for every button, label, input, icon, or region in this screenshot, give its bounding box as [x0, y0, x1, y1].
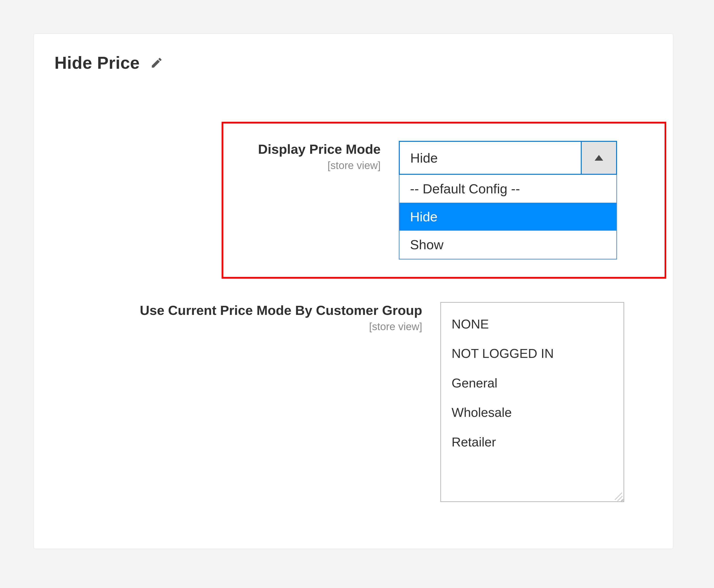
customer-group-multiselect[interactable]: NONE NOT LOGGED IN General Wholesale Ret… [440, 302, 624, 502]
customer-group-option-general[interactable]: General [450, 369, 616, 398]
display-price-mode-select-button[interactable]: Hide [399, 141, 617, 175]
display-price-mode-option-show[interactable]: Show [399, 231, 616, 258]
display-price-mode-row: Display Price Mode [store view] Hide -- … [222, 122, 666, 279]
display-price-mode-caret[interactable] [581, 142, 616, 174]
display-price-mode-option-list: -- Default Config -- Hide Show [399, 175, 617, 259]
display-price-mode-label-group: Display Price Mode [store view] [238, 141, 381, 172]
display-price-mode-option-hide[interactable]: Hide [399, 203, 616, 231]
resize-grip-icon [612, 490, 622, 500]
customer-group-label-group: Use Current Price Mode By Customer Group… [84, 302, 422, 333]
customer-group-label: Use Current Price Mode By Customer Group [84, 302, 422, 319]
customer-group-option-not-logged-in[interactable]: NOT LOGGED IN [450, 339, 616, 369]
caret-up-icon [594, 155, 603, 161]
hide-price-panel: Hide Price Display Price Mode [store vie… [34, 34, 673, 549]
display-price-mode-select-value: Hide [400, 142, 581, 174]
section-header: Hide Price [55, 53, 652, 72]
customer-group-scope: [store view] [84, 320, 422, 333]
customer-group-option-retailer[interactable]: Retailer [450, 427, 616, 457]
display-price-mode-label: Display Price Mode [238, 141, 381, 158]
customer-group-option-wholesale[interactable]: Wholesale [450, 398, 616, 427]
edit-icon[interactable] [150, 56, 163, 69]
display-price-mode-scope: [store view] [238, 159, 381, 172]
customer-group-option-none[interactable]: NONE [450, 309, 616, 339]
customer-group-row: Use Current Price Mode By Customer Group… [84, 302, 652, 502]
section-title: Hide Price [55, 53, 140, 72]
display-price-mode-option-default[interactable]: -- Default Config -- [399, 175, 616, 203]
display-price-mode-select[interactable]: Hide -- Default Config -- Hide Show [399, 141, 617, 259]
